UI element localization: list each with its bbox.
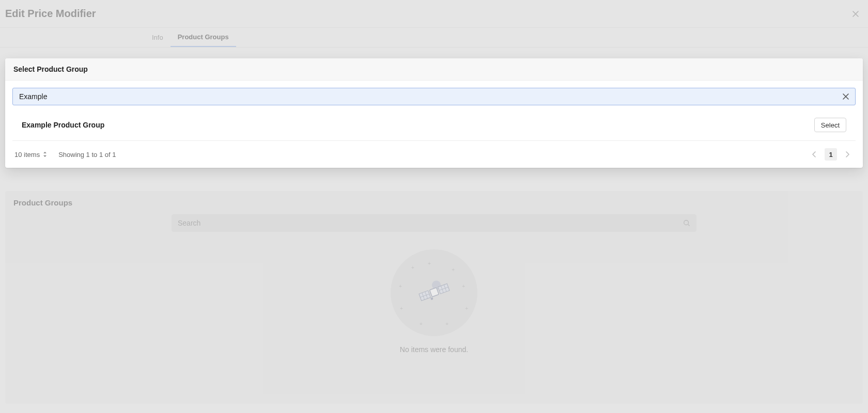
tab-product-groups[interactable]: Product Groups bbox=[171, 28, 236, 47]
modal-title: Select Product Group bbox=[13, 65, 88, 73]
items-per-page-label: 10 items bbox=[14, 151, 40, 158]
result-row: Example Product Group Select bbox=[12, 118, 856, 141]
search-icon bbox=[683, 219, 690, 227]
modal-header: Select Product Group bbox=[5, 58, 863, 81]
tab-bar: Info Product Groups bbox=[0, 27, 868, 47]
page-header: Edit Price Modifier bbox=[0, 0, 868, 27]
modal-search-field[interactable] bbox=[12, 88, 856, 105]
showing-label: Showing 1 to 1 of 1 bbox=[58, 151, 116, 158]
empty-illustration: + + + + + + + + + bbox=[391, 249, 477, 336]
panel-title: Product Groups bbox=[5, 191, 863, 212]
satellite-icon bbox=[414, 273, 454, 313]
empty-text: No items were found. bbox=[400, 345, 468, 354]
modal-footer: 10 items Showing 1 to 1 of 1 1 bbox=[5, 141, 863, 168]
result-name: Example Product Group bbox=[22, 121, 104, 129]
close-icon[interactable] bbox=[848, 7, 863, 21]
modal-search-input[interactable] bbox=[19, 92, 836, 101]
items-per-page-dropdown[interactable]: 10 items bbox=[14, 151, 47, 158]
prev-page-button[interactable] bbox=[808, 148, 820, 161]
panel-search-input[interactable]: Search bbox=[172, 214, 696, 232]
select-button[interactable]: Select bbox=[814, 118, 846, 132]
empty-state: + + + + + + + + + bbox=[5, 240, 863, 354]
page-number[interactable]: 1 bbox=[825, 148, 837, 161]
next-page-button[interactable] bbox=[841, 148, 854, 161]
page-title: Edit Price Modifier bbox=[5, 8, 96, 20]
tab-info[interactable]: Info bbox=[145, 28, 171, 47]
panel-search-placeholder: Search bbox=[178, 219, 200, 227]
select-product-group-modal: Select Product Group Example Product Gro… bbox=[5, 58, 863, 168]
sort-icon bbox=[43, 152, 47, 157]
product-groups-panel: Product Groups Search + + + + + + + + + bbox=[5, 191, 863, 404]
pagination: 1 bbox=[808, 148, 854, 161]
clear-search-icon[interactable] bbox=[840, 90, 852, 103]
